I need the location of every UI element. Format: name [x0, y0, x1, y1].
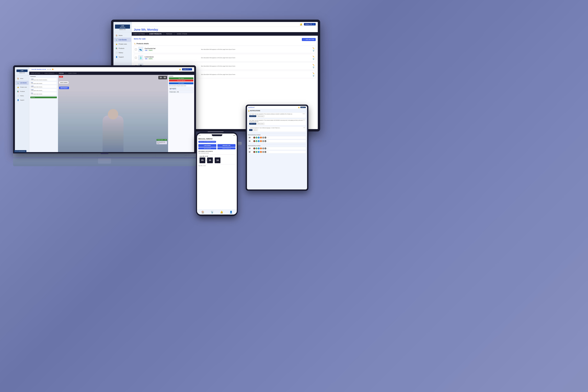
product-checkbox[interactable]	[135, 48, 137, 50]
user-badge: Adidas LTD. 👤	[182, 68, 192, 70]
product-row: 🧴 Lorem Ipsum 89$ 14,DT1 Item descriptio…	[134, 54, 316, 62]
delete-icon[interactable]: 🗑️	[312, 58, 314, 60]
user-badge: Adidas LTD. 👤	[304, 23, 316, 26]
delete-comment-btn[interactable]: Delete comment	[257, 115, 264, 117]
out-btn[interactable]: OUT	[249, 129, 252, 131]
laptop-sidebar-history[interactable]: 🕐 History	[16, 94, 28, 98]
product-note: Show this product only after displaying …	[156, 141, 167, 144]
phone-nav-live[interactable]: 📡	[211, 211, 214, 214]
windows-icon: ⊞	[258, 137, 260, 138]
delete-comment-btn[interactable]: Delete comment	[257, 123, 264, 125]
product-item: Product name — 25$	[169, 91, 194, 93]
laptop-screen: LIVE ADIDAS LTD. 🏠 Home 📡 Live Events 🔒	[15, 67, 194, 152]
expand-icon[interactable]: +	[268, 137, 268, 138]
phone-nav-profile[interactable]: 👤	[230, 211, 232, 214]
top-camera-btn[interactable]: Top camera	[169, 77, 194, 79]
edit-icon[interactable]: ✏️	[312, 56, 314, 58]
event-card: June 5th, 17:30 05 : 26 : 18	[198, 154, 236, 164]
edit-icon[interactable]: ✏️	[312, 47, 314, 49]
product-name: Cool bucket hat	[145, 48, 200, 49]
circle-icon: ●	[262, 140, 264, 142]
second-event-date: June 5th, 17:30	[198, 165, 236, 166]
laptop-tab-share-stream[interactable]: SHARE STREAM	[66, 72, 78, 75]
tablet-bell-icon[interactable]: 🔔	[298, 106, 300, 108]
sidebar-item-support[interactable]: 👤 Support	[114, 55, 131, 59]
tab-event-products[interactable]: EVENT PRODUCTS	[148, 32, 164, 36]
sidebar-item-products[interactable]: 🛍️ Products	[114, 46, 131, 50]
store-count: 18	[249, 148, 252, 149]
expand-icon[interactable]: +	[268, 140, 268, 142]
stop-live-btn[interactable]: Stop live	[253, 129, 258, 131]
countdown-minutes: 26	[207, 158, 213, 163]
tablet-screen: Dashboard 🔔 Admin ▼ 🔔 NOTIFICATIONS 30mi…	[247, 106, 307, 190]
sidebar-item-history[interactable]: 🕐 History	[114, 50, 131, 55]
tab-share-stream[interactable]: SHARE STREAM	[175, 32, 189, 36]
items-for-sale-title: Items for sale	[134, 38, 146, 40]
logo-text: LIVE SHOPPING	[115, 24, 130, 28]
delete-icon[interactable]: 🗑️	[312, 50, 314, 52]
join-event-btn[interactable]: Join a Live Event	[198, 148, 216, 149]
create-live-btn[interactable]: Create a Private Live	[218, 148, 236, 149]
laptop-sidebar-products[interactable]: 🛍️ Products	[16, 90, 28, 94]
notifications-bell-icon: 🔔	[248, 110, 250, 112]
participating-stores-title: PARTICIPATING STORES	[248, 134, 306, 136]
notification-item: 30min User "Daniel" has been reported fo…	[248, 112, 306, 118]
laptop-sidebar-support[interactable]: 👤 Support	[16, 98, 28, 102]
check-it-out-btn[interactable]: CHECK IT OUT	[249, 123, 256, 125]
edit-icon[interactable]: ✏️	[312, 72, 314, 74]
private-live-btn[interactable]: PRIVATE LIVE	[218, 144, 236, 147]
add-item-button[interactable]: + + ADD AN ITEM	[302, 38, 316, 41]
user-avatar-icon: 👤	[190, 69, 191, 70]
product-actions: ✏️ 🗑️	[312, 56, 314, 60]
laptop-tab-event-settings[interactable]: EVENT SETTINGS	[29, 72, 42, 75]
iam-ready-label[interactable]: IAM READY	[59, 87, 69, 89]
apple-icon: 🍎	[253, 151, 255, 153]
notification-item: now ... has been reported for "Use of of…	[248, 126, 306, 132]
edit-icon[interactable]: ✏️	[312, 64, 314, 66]
controls-panel: Controls Top camera Test and optimize LI…	[168, 75, 194, 152]
participating-row: 18 🍎 🤖 ⊞ 🔥 ● ▶ +	[248, 136, 306, 139]
circle-icon: ●	[262, 137, 264, 138]
source-camera-label: source camera	[59, 82, 68, 84]
tab-perview[interactable]: PERVIEW	[164, 32, 174, 36]
join-live-btn[interactable]: Join Live	[30, 96, 57, 98]
store-icons: 🍎 🤖 ⊞ 🔥 ● ▶	[253, 151, 266, 153]
laptop-sidebar-live-events[interactable]: 📡 Live Events	[16, 81, 28, 85]
laptop-sidebar-home[interactable]: 🏠 Home	[16, 76, 28, 80]
sidebar-item-private-lives[interactable]: 🔒 Private Lives	[114, 42, 131, 46]
tablet-title: Dashboard	[248, 107, 254, 108]
tab-event-settings[interactable]: EVENT SETTINGS	[132, 32, 147, 36]
user-avatar-icon: 👤	[313, 24, 314, 25]
tablet: Dashboard 🔔 Admin ▼ 🔔 NOTIFICATIONS 30mi…	[246, 104, 308, 191]
video-preview-area: 16 : 55 LIVE source camera IAM READY Pro…	[58, 75, 168, 152]
test-optimize-btn[interactable]: Test and optimize	[169, 80, 194, 82]
store-icons: 🍎 🤖 ⊞ 🔥 ● ▶	[253, 137, 266, 138]
brand-name: ADIDAS LTD.	[115, 29, 130, 30]
check-it-out-btn[interactable]: CHECK IT OUT	[249, 115, 256, 117]
phone-nav-notifications[interactable]: 🔔	[220, 211, 223, 214]
delete-icon[interactable]: 🗑️	[312, 75, 314, 76]
products-icon: 🛍️	[17, 90, 19, 92]
sidebar-item-live-events[interactable]: 📡 Live Events	[114, 38, 131, 42]
fire-icon: 🔥	[260, 140, 262, 142]
laptop-tab-event-products[interactable]: EVENT PRODUCTS	[43, 72, 56, 75]
delete-icon[interactable]: 🗑️	[312, 66, 314, 68]
product-checkbox[interactable]	[135, 57, 137, 59]
product-description: Item description that appears on the ite…	[201, 65, 311, 67]
laptop-logo-text: LIVE	[16, 70, 28, 72]
product-show-btn[interactable]: Product name — 25$	[156, 139, 167, 141]
trackpad[interactable]	[98, 158, 111, 164]
phone-nav-home[interactable]: 🏠	[201, 211, 204, 214]
countdown-seconds: 18	[215, 158, 220, 163]
laptop-sidebar-private-lives[interactable]: 🔒 Private Lives	[16, 85, 28, 89]
sidebar-item-home[interactable]: 🏠 Home	[114, 33, 131, 38]
expand-icon[interactable]: +	[268, 152, 268, 152]
laptop-tab-perview[interactable]: PERVIEW	[57, 72, 66, 75]
bell-icon[interactable]: 🔔	[300, 23, 302, 26]
product-price: 89$	[145, 58, 148, 60]
expand-icon[interactable]: +	[268, 148, 268, 149]
bell-icon[interactable]: 🔔	[179, 68, 181, 70]
participating-row: 18 🍎 🤖 ⊞ 🔥 ● ▶ +	[248, 147, 306, 150]
live-event-btn[interactable]: LIVE EVENT	[198, 144, 216, 147]
live-event-btn[interactable]: LIVE EVENT	[169, 82, 194, 84]
